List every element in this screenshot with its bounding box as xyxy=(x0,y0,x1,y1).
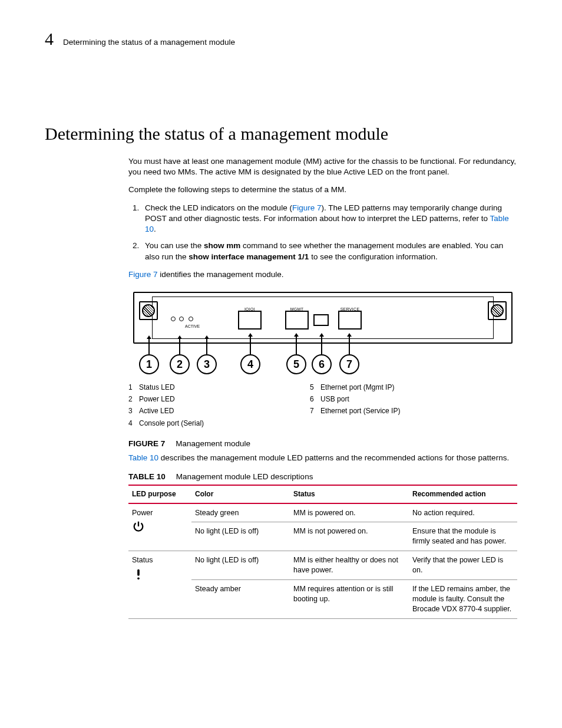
callout-2: 2 xyxy=(170,354,190,374)
figure-7: ACTIVE IOIOI MGMT SERVICE 1 2 xyxy=(128,292,517,449)
figure-intro: Figure 7 identifies the management modul… xyxy=(128,269,517,280)
chapter-title: Determining the status of a management m… xyxy=(63,37,235,48)
step-2: You can use the show mm command to see w… xyxy=(141,241,517,262)
mgmt-port-icon: MGMT xyxy=(285,311,309,330)
xref-table-10b[interactable]: Table 10 xyxy=(128,453,158,462)
figure-legend: 1Status LED 2Power LED 3Active LED 4Cons… xyxy=(128,383,517,430)
table-row: Status No light (LED is off) MM is eithe… xyxy=(128,551,517,580)
xref-figure-7[interactable]: Figure 7 xyxy=(292,203,322,212)
steps-list: Check the LED indicators on the module (… xyxy=(128,203,517,262)
callout-7: 7 xyxy=(339,354,359,374)
status-led-icon xyxy=(171,317,176,321)
intro-paragraph-1: You must have at least one management mo… xyxy=(128,156,517,177)
cmd-show-interface: show interface management 1/1 xyxy=(189,252,309,261)
service-port-icon: SERVICE xyxy=(338,311,362,330)
screw-icon xyxy=(488,301,507,320)
active-led-icon xyxy=(189,317,193,321)
table-caption: TABLE 10Management module LED descriptio… xyxy=(128,472,517,482)
figure-caption: FIGURE 7Management module xyxy=(128,439,517,449)
legend-col-left: 1Status LED 2Power LED 3Active LED 4Cons… xyxy=(128,383,204,430)
page-heading: Determining the status of a management m… xyxy=(45,122,517,146)
table-row: Power Steady green MM is powered on. No … xyxy=(128,503,517,522)
svg-point-1 xyxy=(137,578,140,580)
usb-port-icon xyxy=(313,314,329,326)
screw-icon xyxy=(139,301,158,320)
table-intro: Table 10 describes the management module… xyxy=(128,453,517,463)
callout-6: 6 xyxy=(312,354,332,374)
exclamation-icon xyxy=(132,568,188,584)
led-table: LED purpose Color Status Recommended act… xyxy=(128,485,517,618)
step-1: Check the LED indicators on the module (… xyxy=(141,203,517,235)
callout-4: 4 xyxy=(240,354,260,374)
intro-paragraph-2: Complete the following steps to determin… xyxy=(128,185,517,195)
running-header: 4 Determining the status of a management… xyxy=(45,27,517,51)
active-label: ACTIVE xyxy=(185,324,200,329)
callout-1: 1 xyxy=(139,354,159,374)
console-port-icon: IOIOI xyxy=(238,311,262,330)
chapter-number: 4 xyxy=(45,27,54,51)
power-led-icon xyxy=(179,317,184,321)
xref-figure-7b[interactable]: Figure 7 xyxy=(128,270,158,279)
cmd-show-mm: show mm xyxy=(204,241,240,250)
power-icon xyxy=(132,520,188,536)
legend-col-right: 5Ethernet port (Mgmt IP) 6USB port 7Ethe… xyxy=(310,383,400,430)
svg-rect-0 xyxy=(137,569,140,576)
table-header-row: LED purpose Color Status Recommended act… xyxy=(128,485,517,503)
callout-3: 3 xyxy=(197,354,217,374)
callout-5: 5 xyxy=(286,354,306,374)
